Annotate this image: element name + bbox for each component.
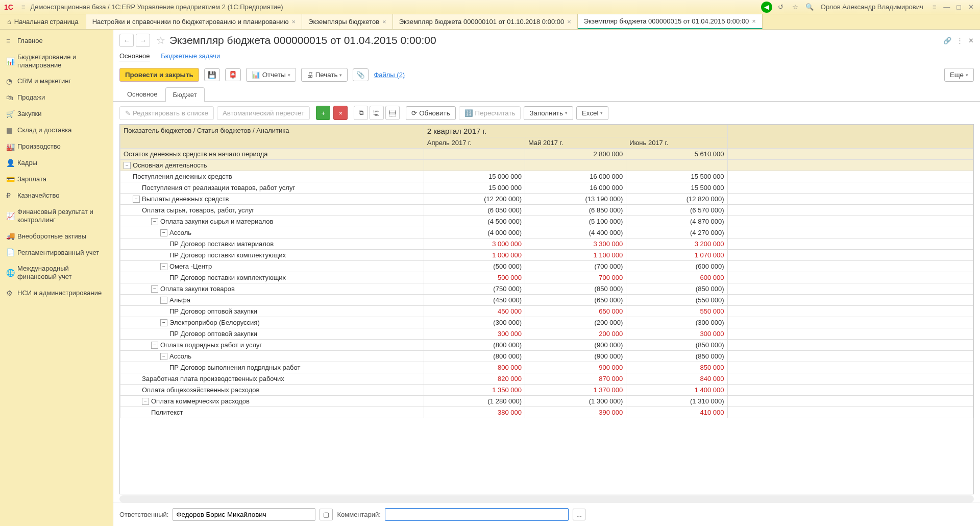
print-button[interactable]: 🖨 Печать ▾ bbox=[301, 68, 348, 82]
sidebar-item-regulated-accounting[interactable]: 📄Регламентированный учет bbox=[0, 244, 113, 260]
table-row[interactable]: Поступления от реализации товаров, работ… bbox=[120, 182, 973, 194]
value-cell[interactable]: (750 000) bbox=[424, 283, 525, 295]
table-row[interactable]: ПР Договор выполнения подрядных работ800… bbox=[120, 362, 973, 373]
value-cell[interactable]: 15 500 000 bbox=[626, 171, 727, 182]
tree-toggle-icon[interactable]: − bbox=[151, 285, 158, 293]
value-cell[interactable]: (1 300 000) bbox=[525, 396, 626, 407]
recalculate-button[interactable]: 🔢 Пересчитать bbox=[459, 106, 521, 120]
add-button[interactable]: + bbox=[316, 106, 330, 120]
value-cell[interactable]: (850 000) bbox=[626, 340, 727, 351]
value-cell[interactable]: (4 400 000) bbox=[525, 227, 626, 238]
tree-toggle-icon[interactable]: − bbox=[160, 319, 167, 326]
favorite-toggle-icon[interactable]: ☆ bbox=[156, 34, 165, 46]
favorite-icon[interactable]: ☆ bbox=[790, 2, 801, 13]
value-cell[interactable]: 450 000 bbox=[424, 306, 525, 317]
value-cell[interactable]: (1 280 000) bbox=[424, 396, 525, 407]
sidebar-item-personnel[interactable]: 👤Кадры bbox=[0, 155, 113, 171]
history-icon[interactable]: ↺ bbox=[775, 2, 787, 13]
value-cell[interactable]: (850 000) bbox=[626, 351, 727, 362]
tab-budget-101[interactable]: Экземпляр бюджета 000000101 от 01.10.201… bbox=[393, 14, 578, 29]
value-cell[interactable]: 840 000 bbox=[626, 373, 727, 385]
sidebar-item-ifrs[interactable]: 🌐Международный финансовый учет bbox=[0, 260, 113, 284]
table-row[interactable]: −Электроприбор (Белоруссия)(300 000)(200… bbox=[120, 317, 973, 328]
table-row[interactable]: −Ассоль(4 000 000)(4 400 000)(4 270 000) bbox=[120, 227, 973, 238]
close-window-button[interactable]: ✕ bbox=[966, 3, 976, 11]
value-cell[interactable]: (900 000) bbox=[525, 340, 626, 351]
value-cell[interactable]: 900 000 bbox=[525, 362, 626, 373]
value-cell[interactable]: (12 200 000) bbox=[424, 194, 525, 205]
files-link[interactable]: Файлы (2) bbox=[374, 71, 405, 79]
value-cell[interactable] bbox=[424, 160, 525, 171]
budget-grid[interactable]: Показатель бюджетов / Статья бюджетов / … bbox=[119, 124, 974, 494]
value-cell[interactable]: (6 850 000) bbox=[525, 205, 626, 216]
table-row[interactable]: −Оплата коммерческих расходов(1 280 000)… bbox=[120, 396, 973, 407]
reports-button[interactable]: 📊 Отчеты ▾ bbox=[246, 68, 296, 82]
tree-toggle-icon[interactable]: − bbox=[142, 398, 149, 405]
value-cell[interactable]: 2 800 000 bbox=[525, 149, 626, 160]
value-cell[interactable]: 380 000 bbox=[424, 407, 525, 418]
value-cell[interactable]: (550 000) bbox=[626, 295, 727, 306]
close-icon[interactable]: × bbox=[292, 18, 296, 26]
table-row[interactable]: −Омега -Центр(500 000)(700 000)(600 000) bbox=[120, 261, 973, 272]
table-row[interactable]: Оплата сырья, товаров, работ, услуг(6 05… bbox=[120, 205, 973, 216]
value-cell[interactable]: 650 000 bbox=[525, 306, 626, 317]
value-cell[interactable]: 550 000 bbox=[626, 306, 727, 317]
value-cell[interactable]: (4 000 000) bbox=[424, 227, 525, 238]
fill-button[interactable]: Заполнить ▾ bbox=[524, 106, 573, 120]
table-row[interactable]: ПР Договор поставки материалов3 000 0003… bbox=[120, 238, 973, 250]
value-cell[interactable]: 1 370 000 bbox=[525, 385, 626, 396]
value-cell[interactable]: 850 000 bbox=[626, 362, 727, 373]
horizontal-scrollbar[interactable] bbox=[119, 495, 974, 503]
sidebar-item-budgeting[interactable]: 📊Бюджетирование и планирование bbox=[0, 49, 113, 73]
value-cell[interactable]: (4 870 000) bbox=[626, 216, 727, 227]
value-cell[interactable]: 300 000 bbox=[424, 328, 525, 340]
attach-button[interactable]: 📎 bbox=[353, 68, 369, 81]
value-cell[interactable] bbox=[424, 149, 525, 160]
tree-toggle-icon[interactable]: − bbox=[124, 162, 131, 169]
sidebar-item-main[interactable]: ≡Главное bbox=[0, 33, 113, 49]
tree-toggle-icon[interactable]: − bbox=[151, 218, 158, 225]
comment-pick-button[interactable]: ... bbox=[573, 509, 585, 520]
value-cell[interactable]: (4 270 000) bbox=[626, 227, 727, 238]
table-row[interactable]: Поступления денежных средств15 000 00016… bbox=[120, 171, 973, 182]
table-row[interactable]: ПР Договор поставки комплектующих500 000… bbox=[120, 272, 973, 283]
value-cell[interactable]: 390 000 bbox=[525, 407, 626, 418]
table-row[interactable]: Остаток денежных средств на начало перио… bbox=[120, 149, 973, 160]
value-cell[interactable]: (6 050 000) bbox=[424, 205, 525, 216]
value-cell[interactable]: 1 350 000 bbox=[424, 385, 525, 396]
home-tab[interactable]: ⌂ Начальная страница bbox=[0, 14, 86, 29]
tree-toggle-icon[interactable]: − bbox=[151, 342, 158, 349]
sidebar-item-salary[interactable]: 💳Зарплата bbox=[0, 171, 113, 187]
value-cell[interactable]: 700 000 bbox=[525, 272, 626, 283]
table-row[interactable]: −Альфа(450 000)(650 000)(550 000) bbox=[120, 295, 973, 306]
value-cell[interactable]: (650 000) bbox=[525, 295, 626, 306]
tab-settings-budgeting[interactable]: Настройки и справочники по бюджетировани… bbox=[86, 14, 302, 29]
sidebar-item-crm[interactable]: ◔CRM и маркетинг bbox=[0, 73, 113, 89]
value-cell[interactable]: (450 000) bbox=[424, 295, 525, 306]
value-cell[interactable]: (300 000) bbox=[424, 317, 525, 328]
value-cell[interactable]: (13 190 000) bbox=[525, 194, 626, 205]
value-cell[interactable]: (500 000) bbox=[424, 261, 525, 272]
value-cell[interactable]: (4 500 000) bbox=[424, 216, 525, 227]
value-cell[interactable]: 3 200 000 bbox=[626, 238, 727, 250]
delete-button[interactable]: × bbox=[333, 106, 348, 120]
search-icon[interactable]: 🔍 bbox=[804, 2, 815, 13]
sidebar-item-warehouse[interactable]: ▦Склад и доставка bbox=[0, 122, 113, 138]
tab-budget-instances[interactable]: Экземпляры бюджетов × bbox=[302, 14, 393, 29]
table-row[interactable]: ПР Договор оптовой закупки300 000200 000… bbox=[120, 328, 973, 340]
close-icon[interactable]: × bbox=[752, 17, 756, 25]
value-cell[interactable] bbox=[626, 160, 727, 171]
table-row[interactable]: ПР Договор поставки комплектующих1 000 0… bbox=[120, 250, 973, 261]
back-button[interactable]: ← bbox=[119, 34, 134, 47]
value-cell[interactable]: 1 400 000 bbox=[626, 385, 727, 396]
table-row[interactable]: −Основная деятельность bbox=[120, 160, 973, 171]
value-cell[interactable]: 15 000 000 bbox=[424, 182, 525, 194]
close-icon[interactable]: × bbox=[382, 18, 386, 26]
value-cell[interactable]: 600 000 bbox=[626, 272, 727, 283]
sidebar-item-sales[interactable]: 🛍Продажи bbox=[0, 89, 113, 106]
table-row[interactable]: −Ассоль(800 000)(900 000)(850 000) bbox=[120, 351, 973, 362]
tree-toggle-icon[interactable]: − bbox=[160, 353, 167, 360]
maximize-button[interactable]: ◻ bbox=[953, 3, 964, 11]
value-cell[interactable]: (6 570 000) bbox=[626, 205, 727, 216]
sidebar-item-treasury[interactable]: ₽Казначейство bbox=[0, 187, 113, 204]
